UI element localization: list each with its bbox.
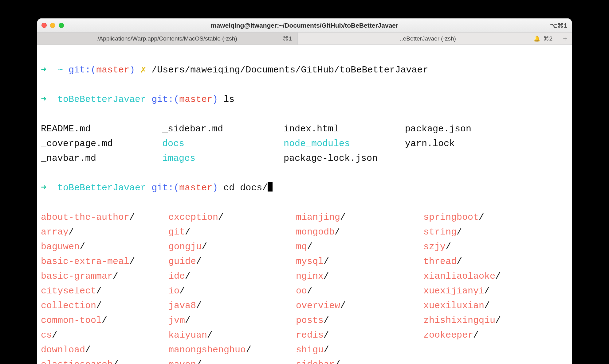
maximize-icon[interactable] xyxy=(59,23,64,28)
titlebar: maweiqing@itwanger:~/Documents/GitHub/to… xyxy=(37,18,572,33)
completion-item: posts/ xyxy=(296,313,423,328)
completion-item: szjy/ xyxy=(423,239,568,254)
terminal-window: maweiqing@itwanger:~/Documents/GitHub/to… xyxy=(37,18,572,364)
completion-item: collection/ xyxy=(41,298,168,313)
window-controls xyxy=(41,23,64,28)
tabbar: /Applications/Warp.app/Contents/MacOS/st… xyxy=(37,33,572,45)
completion-item: mysql/ xyxy=(296,254,423,269)
completion-item: xuexijianyi/ xyxy=(423,284,568,298)
completion-item: nginx/ xyxy=(296,269,423,284)
completion-item: shigu/ xyxy=(296,343,423,357)
completion-item: mongodb/ xyxy=(296,225,423,239)
tab-shortcut: ⌘1 xyxy=(283,35,292,42)
close-icon[interactable] xyxy=(41,23,47,28)
completion-item: jvm/ xyxy=(168,313,296,328)
completion-item: mianjing/ xyxy=(296,210,423,225)
completion-item: sidebar/ xyxy=(296,357,423,364)
tab-1[interactable]: /Applications/Warp.app/Contents/MacOS/st… xyxy=(37,33,298,45)
tab-label: /Applications/Warp.app/Contents/MacOS/st… xyxy=(97,35,237,42)
prompt-line-2: ➜ toBeBetterJavaer git:(master) ls xyxy=(41,92,568,107)
completion-item: array/ xyxy=(41,225,168,239)
list-item: index.html xyxy=(284,122,405,136)
completion-item: zookeeper/ xyxy=(423,328,568,343)
list-item: node_modules xyxy=(284,136,405,151)
completion-item: kaiyuan/ xyxy=(168,328,296,343)
list-item: package.json xyxy=(405,122,568,136)
titlebar-shortcut: ⌥⌘1 xyxy=(550,22,568,29)
completion-list: about-the-author/exception/mianjing/spri… xyxy=(41,210,568,364)
completion-item: oo/ xyxy=(296,284,423,298)
list-item xyxy=(405,151,568,166)
completion-item: guide/ xyxy=(168,254,296,269)
completion-item: about-the-author/ xyxy=(41,210,168,225)
completion-item: java8/ xyxy=(168,298,296,313)
prompt-line-1: ➜ ~ git:(master) ✗ /Users/maweiqing/Docu… xyxy=(41,63,568,77)
completion-item xyxy=(423,343,568,357)
prompt-line-3: ➜ toBeBetterJavaer git:(master) cd docs/ xyxy=(41,180,568,195)
completion-item: basic-extra-meal/ xyxy=(41,254,168,269)
completion-item: exception/ xyxy=(168,210,296,225)
cursor xyxy=(268,182,273,192)
completion-item xyxy=(423,357,568,364)
completion-item: git/ xyxy=(168,225,296,239)
completion-item: xianliaolaoke/ xyxy=(423,269,568,284)
completion-item: string/ xyxy=(423,225,568,239)
list-item: docs xyxy=(162,136,284,151)
completion-item: zhishixingqiu/ xyxy=(423,313,568,328)
completion-item: mq/ xyxy=(296,239,423,254)
list-item: README.md xyxy=(41,122,162,136)
completion-item: overview/ xyxy=(296,298,423,313)
completion-item: cs/ xyxy=(41,328,168,343)
completion-item: thread/ xyxy=(423,254,568,269)
list-item: _sidebar.md xyxy=(162,122,284,136)
list-item: package-lock.json xyxy=(284,151,405,166)
tab-label: ..eBetterJavaer (-zsh) xyxy=(400,35,456,42)
completion-item: basic-grammar/ xyxy=(41,269,168,284)
tab-shortcut: ⌘2 xyxy=(543,35,552,42)
completion-item: io/ xyxy=(168,284,296,298)
new-tab-button[interactable]: + xyxy=(558,33,572,45)
bell-icon: 🔔 xyxy=(533,35,540,42)
window-title: maweiqing@itwanger:~/Documents/GitHub/to… xyxy=(37,22,572,29)
completion-item: baguwen/ xyxy=(41,239,168,254)
completion-item: gongju/ xyxy=(168,239,296,254)
completion-item: cityselect/ xyxy=(41,284,168,298)
tab-2[interactable]: ..eBetterJavaer (-zsh) 🔔 ⌘2 xyxy=(298,33,558,45)
completion-item: ide/ xyxy=(168,269,296,284)
completion-item: elasticsearch/ xyxy=(41,357,168,364)
completion-item: xuexiluxian/ xyxy=(423,298,568,313)
completion-item: springboot/ xyxy=(423,210,568,225)
completion-item: download/ xyxy=(41,343,168,357)
minimize-icon[interactable] xyxy=(50,23,55,28)
completion-item: manongshenghuo/ xyxy=(168,343,296,357)
list-item: yarn.lock xyxy=(405,136,568,151)
list-item: _coverpage.md xyxy=(41,136,162,151)
completion-item: maven/ xyxy=(168,357,296,364)
list-item: images xyxy=(162,151,284,166)
ls-output: README.md_sidebar.mdindex.htmlpackage.js… xyxy=(41,122,568,166)
list-item: _navbar.md xyxy=(41,151,162,166)
completion-item: redis/ xyxy=(296,328,423,343)
terminal-content[interactable]: ➜ ~ git:(master) ✗ /Users/maweiqing/Docu… xyxy=(37,45,572,364)
completion-item: common-tool/ xyxy=(41,313,168,328)
